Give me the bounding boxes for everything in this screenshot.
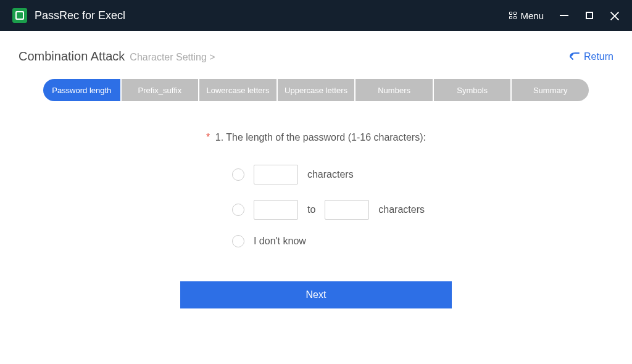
tabs: Password length Prefix_suffix Lowercase …	[43, 79, 589, 101]
options-group: characters to characters I don't know	[207, 165, 425, 247]
breadcrumb: Character Setting >	[130, 52, 215, 63]
page-heading: Combination Attack Character Setting >	[19, 49, 215, 64]
menu-label: Menu	[520, 10, 544, 21]
return-label: Return	[584, 51, 613, 62]
option-range-suffix: characters	[378, 204, 425, 215]
titlebar: PassRec for Execl Menu	[0, 0, 632, 31]
app-title: PassRec for Execl	[35, 9, 509, 22]
tab-prefix-suffix[interactable]: Prefix_suffix	[122, 79, 199, 101]
tab-numbers[interactable]: Numbers	[356, 79, 433, 101]
input-max-length[interactable]	[325, 200, 369, 220]
return-link[interactable]: Return	[569, 51, 613, 62]
menu-button[interactable]: Menu	[509, 10, 544, 21]
option-exact-length: characters	[232, 165, 354, 184]
input-exact-length[interactable]	[254, 165, 298, 184]
question-label: * 1. The length of the password (1-16 ch…	[206, 132, 426, 143]
tab-password-length[interactable]: Password length	[43, 79, 120, 101]
close-button[interactable]	[610, 10, 620, 20]
option-unknown: I don't know	[232, 235, 306, 247]
required-mark: *	[206, 132, 210, 143]
maximize-icon	[586, 12, 593, 19]
input-min-length[interactable]	[254, 200, 298, 220]
window-controls	[559, 10, 620, 20]
page-title: Combination Attack	[19, 49, 125, 64]
tab-symbols[interactable]: Symbols	[434, 79, 511, 101]
menu-grid-icon	[509, 12, 517, 19]
question-text: 1. The length of the password (1-16 char…	[215, 132, 426, 143]
main-content: Combination Attack Character Setting > R…	[0, 31, 632, 364]
return-icon	[569, 52, 580, 61]
range-to-label: to	[307, 204, 315, 215]
option-unknown-label: I don't know	[254, 236, 306, 247]
minimize-button[interactable]	[559, 10, 569, 20]
radio-exact[interactable]	[232, 168, 244, 181]
next-button[interactable]: Next	[180, 281, 452, 308]
header-row: Combination Attack Character Setting > R…	[19, 49, 613, 64]
app-icon	[12, 8, 27, 23]
form-area: * 1. The length of the password (1-16 ch…	[19, 132, 613, 308]
close-icon	[610, 10, 620, 20]
option-exact-suffix: characters	[307, 169, 354, 180]
tab-summary[interactable]: Summary	[512, 79, 589, 101]
radio-range[interactable]	[232, 204, 244, 216]
minimize-icon	[560, 15, 568, 16]
option-range-length: to characters	[232, 200, 425, 220]
maximize-button[interactable]	[584, 10, 594, 20]
radio-unknown[interactable]	[232, 235, 244, 247]
tab-lowercase[interactable]: Lowercase letters	[199, 79, 276, 101]
tab-uppercase[interactable]: Uppercase letters	[278, 79, 355, 101]
